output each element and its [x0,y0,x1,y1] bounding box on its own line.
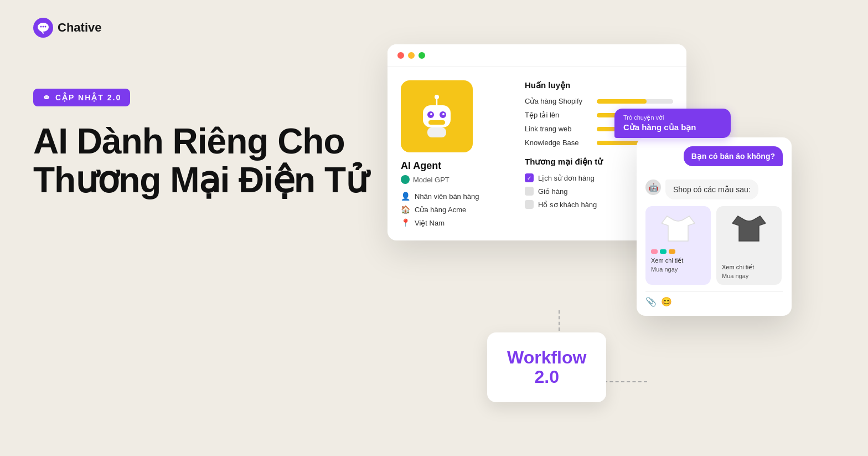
svg-point-8 [47,96,48,97]
chat-panel: Bạn có bán áo không? 🤖 Shop có các mẫu s… [637,137,792,316]
gpt-icon [401,175,410,184]
update-badge: CẬP NHẬT 2.0 [33,89,130,106]
chat-input-bar: 📎 😊 [645,291,783,307]
agent-role: 👤 Nhân viên bán hàng [401,192,512,201]
chat-header-big: Cửa hàng của bạn [623,122,722,132]
agent-location: 📍 Việt Nam [401,218,512,227]
svg-point-3 [43,26,44,28]
checkbox-profile[interactable] [525,200,534,209]
svg-point-4 [45,26,46,28]
chat-user-msg-container: Bạn có bán áo không? [645,146,783,173]
agent-meta: 👤 Nhân viên bán hàng 🏠 Cửa hàng Acme 📍 V… [401,192,512,227]
chat-user-message: Bạn có bán áo không? [684,146,783,166]
product-buy-2[interactable]: Mua ngay [722,273,776,279]
training-item-1: Cửa hàng Shopify [525,97,673,105]
empty-swatches [722,249,776,260]
tshirt-white-svg [662,213,695,244]
agent-model: Model GPT [401,175,512,184]
agent-avatar-box [401,80,473,152]
training-label-2: Tệp tải lên [525,111,591,119]
color-swatches-1 [651,249,705,254]
svg-rect-17 [427,127,446,137]
chat-bubble-header: Trò chuyện với Cửa hàng của bạn [614,109,731,138]
checkbox-orders[interactable]: ✓ [525,173,534,182]
location-icon: 📍 [401,218,410,227]
product-cards-row: Xem chi tiết Mua ngay Xem chi tiết Mua n… [645,206,783,285]
color-dot-pink [651,249,658,254]
left-content: CẬP NHẬT 2.0 AI Dành Riêng Cho Thương Mạ… [33,89,368,200]
svg-point-7 [46,96,46,97]
workflow-title: Workflow 2.0 [507,348,586,387]
window-dot-red[interactable] [397,52,404,59]
person-icon: 👤 [401,192,410,201]
progress-bar-1 [597,99,673,104]
chative-logo-icon [33,18,53,38]
agent-name: AI Agent [401,160,512,172]
training-section-title: Huấn luyện [525,80,673,90]
emoji-icon[interactable]: 😊 [661,296,672,307]
bot-avatar: 🤖 [645,180,661,195]
product-view-2[interactable]: Xem chi tiết [722,264,776,271]
training-label-4: Knowledge Base [525,139,591,147]
color-dot-teal [660,249,666,254]
attachment-icon[interactable]: 📎 [645,296,657,307]
checkbox-cart[interactable] [525,187,534,196]
agent-panel: AI Agent Model GPT 👤 Nhân viên bán hàng … [401,80,512,227]
training-label-1: Cửa hàng Shopify [525,97,591,105]
window-dot-yellow[interactable] [408,52,415,59]
badge-icon [42,93,51,102]
window-dot-green[interactable] [418,52,425,59]
svg-point-15 [435,95,439,99]
color-dot-orange [669,249,675,254]
product-image-2 [730,212,768,245]
svg-point-12 [430,113,432,115]
training-label-3: Link trang web [525,125,591,133]
workflow-card: Workflow 2.0 [487,332,606,402]
svg-point-6 [45,96,46,97]
brand-name: Chative [58,21,101,35]
chat-bot-msg-row: 🤖 Shop có các mẫu sau: [645,180,783,199]
tshirt-dark-svg [732,213,766,244]
chat-bot-message: Shop có các mẫu sau: [665,180,758,199]
window-titlebar [388,44,686,67]
svg-rect-16 [428,120,445,125]
progress-fill-1 [597,99,647,104]
store-icon: 🏠 [401,205,410,214]
product-image-1 [659,212,698,245]
hero-title: AI Dành Riêng Cho Thương Mại Điện Tử [33,122,368,200]
agent-store: 🏠 Cửa hàng Acme [401,205,512,214]
header: Chative [33,18,101,38]
product-view-1[interactable]: Xem chi tiết [651,257,705,264]
chat-header-small: Trò chuyện với [623,114,722,121]
svg-point-13 [442,113,445,115]
product-buy-1[interactable]: Mua ngay [651,266,705,273]
product-card-2: Xem chi tiết Mua ngay [716,206,782,285]
product-card-1: Xem chi tiết Mua ngay [645,206,711,285]
svg-point-2 [40,26,42,28]
robot-avatar [412,91,462,141]
